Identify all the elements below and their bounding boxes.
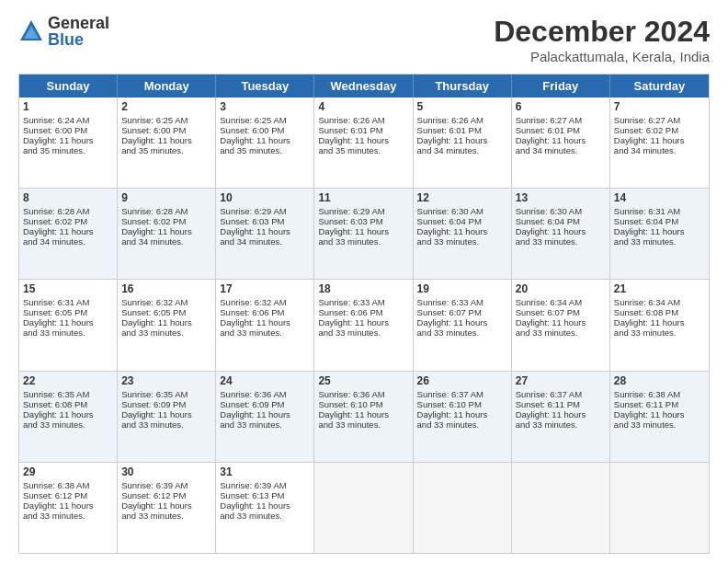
daylight-mins: and 35 minutes.	[23, 145, 85, 155]
day-number: 13	[516, 191, 606, 204]
daylight-mins: and 33 minutes.	[121, 327, 184, 338]
cell-23: 23Sunrise: 6:35 AMSunset: 6:09 PMDayligh…	[118, 372, 216, 462]
title-section: December 2024 Palackattumala, Kerala, In…	[494, 15, 710, 64]
cell-6: 6Sunrise: 6:27 AMSunset: 6:01 PMDaylight…	[512, 98, 610, 188]
daylight-label: Daylight: 11 hours	[614, 135, 685, 145]
daylight-mins: and 33 minutes.	[318, 419, 381, 430]
daylight-mins: and 33 minutes.	[516, 236, 578, 247]
sunrise-label: Sunrise: 6:30 AM	[516, 206, 582, 216]
header-tuesday: Tuesday	[216, 75, 314, 98]
day-number: 1	[23, 100, 113, 113]
header-wednesday: Wednesday	[314, 75, 413, 98]
daylight-mins: and 33 minutes.	[516, 419, 578, 430]
day-number: 28	[614, 374, 705, 387]
cal-row-2: 8Sunrise: 6:28 AMSunset: 6:02 PMDaylight…	[19, 188, 709, 279]
daylight-mins: and 34 minutes.	[417, 145, 480, 155]
sunrise-label: Sunrise: 6:32 AM	[121, 297, 188, 307]
sunrise-label: Sunrise: 6:37 AM	[417, 389, 483, 399]
sunset-label: Sunset: 6:05 PM	[121, 307, 186, 317]
daylight-label: Daylight: 11 hours	[23, 409, 94, 419]
sunrise-label: Sunrise: 6:26 AM	[318, 115, 384, 125]
calendar-header: Sunday Monday Tuesday Wednesday Thursday…	[19, 75, 709, 98]
logo-text: General Blue	[48, 15, 109, 48]
day-number: 29	[23, 465, 113, 478]
sunrise-label: Sunrise: 6:30 AM	[417, 206, 483, 216]
header-saturday: Saturday	[610, 75, 709, 98]
sunset-label: Sunset: 6:12 PM	[121, 490, 186, 500]
cell-10: 10Sunrise: 6:29 AMSunset: 6:03 PMDayligh…	[216, 189, 314, 279]
cal-row-4: 22Sunrise: 6:35 AMSunset: 6:08 PMDayligh…	[19, 371, 709, 462]
daylight-mins: and 33 minutes.	[417, 236, 480, 247]
sunset-label: Sunset: 6:10 PM	[417, 399, 482, 409]
sunset-label: Sunset: 6:01 PM	[516, 125, 580, 135]
sunrise-label: Sunrise: 6:31 AM	[614, 206, 680, 216]
cell-14: 14Sunrise: 6:31 AMSunset: 6:04 PMDayligh…	[610, 189, 709, 279]
sunset-label: Sunset: 6:01 PM	[417, 125, 482, 135]
sunset-label: Sunset: 6:06 PM	[220, 307, 284, 317]
sunset-label: Sunset: 6:03 PM	[220, 216, 284, 226]
day-number: 15	[23, 282, 113, 295]
sunrise-label: Sunrise: 6:29 AM	[318, 206, 384, 216]
sunset-label: Sunset: 6:11 PM	[516, 399, 580, 409]
sunrise-label: Sunrise: 6:38 AM	[23, 480, 89, 490]
header-monday: Monday	[118, 75, 216, 98]
cell-17: 17Sunrise: 6:32 AMSunset: 6:06 PMDayligh…	[216, 280, 314, 370]
daylight-label: Daylight: 11 hours	[121, 500, 192, 511]
daylight-mins: and 33 minutes.	[318, 236, 381, 247]
daylight-label: Daylight: 11 hours	[220, 409, 290, 419]
daylight-mins: and 33 minutes.	[417, 419, 480, 430]
day-number: 22	[23, 374, 113, 387]
daylight-label: Daylight: 11 hours	[220, 500, 290, 511]
cell-22: 22Sunrise: 6:35 AMSunset: 6:08 PMDayligh…	[19, 372, 118, 462]
cell-28: 28Sunrise: 6:38 AMSunset: 6:11 PMDayligh…	[610, 372, 709, 462]
cell-9: 9Sunrise: 6:28 AMSunset: 6:02 PMDaylight…	[118, 189, 216, 279]
cell-8: 8Sunrise: 6:28 AMSunset: 6:02 PMDaylight…	[19, 189, 118, 279]
calendar-body: 1Sunrise: 6:24 AMSunset: 6:00 PMDaylight…	[19, 98, 709, 553]
daylight-mins: and 33 minutes.	[121, 419, 184, 430]
cell-18: 18Sunrise: 6:33 AMSunset: 6:06 PMDayligh…	[314, 280, 413, 370]
day-number: 17	[220, 282, 310, 295]
daylight-label: Daylight: 11 hours	[614, 317, 685, 327]
day-number: 2	[121, 100, 211, 113]
sunrise-label: Sunrise: 6:39 AM	[121, 480, 188, 490]
day-number: 16	[121, 282, 211, 295]
daylight-mins: and 35 minutes.	[220, 145, 282, 155]
day-number: 27	[516, 374, 606, 387]
daylight-label: Daylight: 11 hours	[516, 135, 586, 145]
daylight-label: Daylight: 11 hours	[220, 317, 290, 327]
daylight-label: Daylight: 11 hours	[318, 317, 389, 327]
daylight-label: Daylight: 11 hours	[516, 226, 586, 236]
sunrise-label: Sunrise: 6:38 AM	[614, 389, 680, 399]
cell-5: 5Sunrise: 6:26 AMSunset: 6:01 PMDaylight…	[414, 98, 512, 188]
daylight-mins: and 33 minutes.	[121, 511, 184, 521]
day-number: 31	[220, 465, 310, 478]
cal-row-1: 1Sunrise: 6:24 AMSunset: 6:00 PMDaylight…	[19, 98, 709, 188]
cell-11: 11Sunrise: 6:29 AMSunset: 6:03 PMDayligh…	[314, 189, 413, 279]
month-title: December 2024	[494, 15, 710, 49]
daylight-label: Daylight: 11 hours	[417, 135, 488, 145]
day-number: 18	[318, 282, 408, 295]
day-number: 30	[121, 465, 211, 478]
daylight-label: Daylight: 11 hours	[417, 226, 488, 236]
daylight-label: Daylight: 11 hours	[417, 317, 488, 327]
sunset-label: Sunset: 6:11 PM	[614, 399, 678, 409]
sunset-label: Sunset: 6:00 PM	[121, 125, 186, 135]
sunrise-label: Sunrise: 6:32 AM	[220, 297, 286, 307]
sunset-label: Sunset: 6:04 PM	[516, 216, 580, 226]
logo: General Blue	[18, 15, 109, 48]
header-thursday: Thursday	[414, 75, 512, 98]
cell-15: 15Sunrise: 6:31 AMSunset: 6:05 PMDayligh…	[19, 280, 118, 370]
cell-29: 29Sunrise: 6:38 AMSunset: 6:12 PMDayligh…	[19, 463, 118, 553]
day-number: 5	[417, 100, 507, 113]
daylight-label: Daylight: 11 hours	[23, 317, 94, 327]
sunrise-label: Sunrise: 6:25 AM	[220, 115, 286, 125]
sunset-label: Sunset: 6:10 PM	[318, 399, 382, 409]
cell-16: 16Sunrise: 6:32 AMSunset: 6:05 PMDayligh…	[118, 280, 216, 370]
sunset-label: Sunset: 6:00 PM	[23, 125, 87, 135]
sunset-label: Sunset: 6:02 PM	[614, 125, 678, 135]
sunrise-label: Sunrise: 6:27 AM	[516, 115, 582, 125]
sunset-label: Sunset: 6:07 PM	[417, 307, 482, 317]
daylight-mins: and 34 minutes.	[23, 236, 85, 247]
day-number: 12	[417, 191, 507, 204]
sunrise-label: Sunrise: 6:39 AM	[220, 480, 286, 490]
